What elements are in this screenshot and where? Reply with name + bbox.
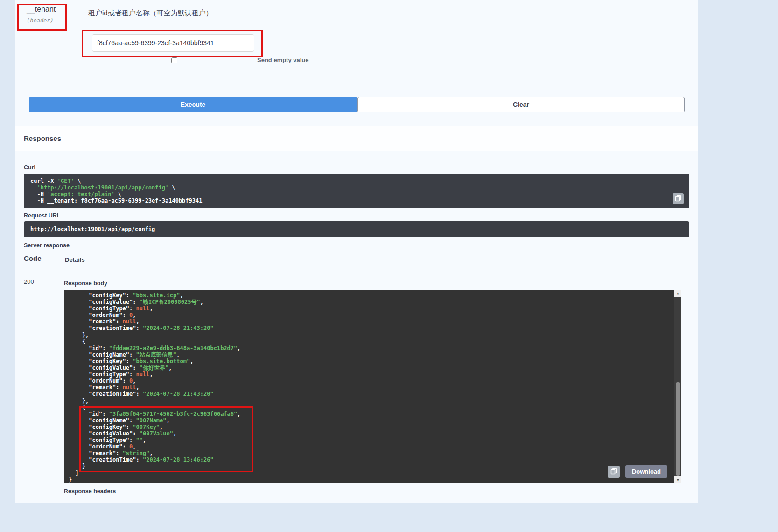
tenant-input[interactable] bbox=[92, 34, 254, 52]
request-url-label: Request URL bbox=[24, 212, 60, 219]
request-url-block: http://localhost:19001/api/app/config bbox=[24, 221, 689, 237]
curl-label: Curl bbox=[24, 164, 35, 171]
response-headers-label: Response headers bbox=[64, 488, 116, 495]
parameter-name-block: __tenant (header) bbox=[27, 5, 56, 24]
code-column-header: Code bbox=[24, 254, 42, 262]
execute-button[interactable]: Execute bbox=[29, 97, 357, 112]
response-body-json: "configKey": "bbs.site.icp", "configValu… bbox=[64, 290, 681, 483]
details-column-header: Details bbox=[65, 256, 85, 263]
download-button[interactable]: Download bbox=[625, 465, 667, 478]
parameter-location-label: (header) bbox=[27, 17, 56, 24]
curl-code-block: curl -X 'GET' \ 'http://localhost:19001/… bbox=[24, 174, 689, 208]
server-response-label: Server response bbox=[24, 242, 70, 249]
parameter-description: 租户id或者租户名称（可空为默认租户） bbox=[88, 9, 213, 18]
copy-curl-button[interactable] bbox=[673, 193, 684, 204]
copy-response-button[interactable] bbox=[608, 466, 620, 478]
request-url-text: http://localhost:19001/api/app/config bbox=[30, 226, 683, 232]
response-body-scrollbar[interactable]: ▲ ▼ bbox=[674, 290, 681, 483]
scrollbar-thumb[interactable] bbox=[676, 382, 680, 476]
response-body-block: "configKey": "bbs.site.icp", "configValu… bbox=[64, 290, 681, 483]
responses-section-header: Responses bbox=[15, 126, 698, 151]
parameter-name: __tenant bbox=[27, 5, 56, 14]
clipboard-icon bbox=[675, 195, 681, 203]
swagger-operation-panel: __tenant (header) 租户id或者租户名称（可空为默认租户） Se… bbox=[15, 0, 698, 503]
response-body-label: Response body bbox=[64, 280, 107, 287]
curl-command-text: curl -X 'GET' \ 'http://localhost:19001/… bbox=[30, 178, 671, 204]
scroll-down-button[interactable]: ▼ bbox=[674, 476, 681, 483]
status-code: 200 bbox=[24, 278, 34, 285]
responses-title: Responses bbox=[15, 126, 698, 151]
scroll-up-button[interactable]: ▲ bbox=[674, 290, 681, 297]
send-empty-value-label: Send empty value bbox=[257, 56, 309, 63]
send-empty-value-checkbox[interactable] bbox=[171, 57, 177, 63]
clear-button[interactable]: Clear bbox=[357, 97, 685, 112]
clipboard-icon bbox=[610, 468, 617, 476]
table-header-divider bbox=[24, 273, 689, 273]
